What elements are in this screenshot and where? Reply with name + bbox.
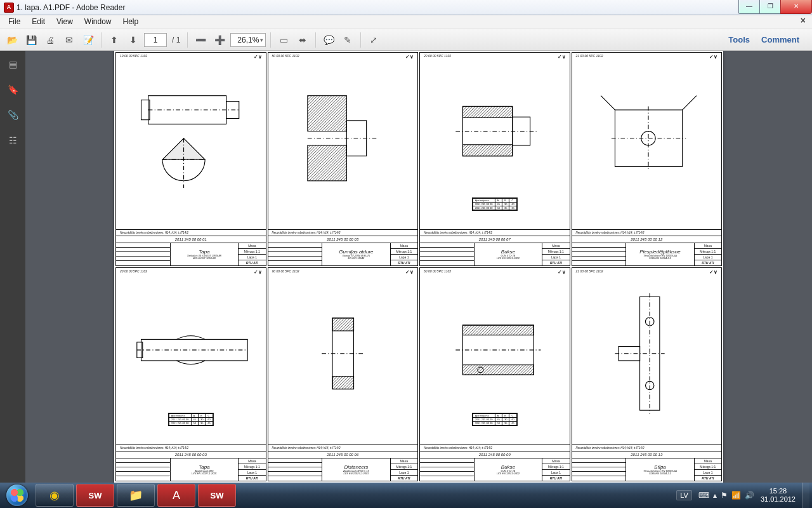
menu-help[interactable]: Help [117, 15, 145, 29]
window-title: 1. lapa. A1.PDF - Adobe Reader [16, 3, 125, 12]
highlight-icon[interactable]: ✎ [339, 32, 356, 48]
page-total: / 1 [172, 36, 180, 44]
tray-up-icon[interactable]: ▴ [713, 491, 717, 500]
menu-window[interactable]: Window [79, 15, 117, 29]
nav-rail: ▤ 🔖 📎 ☷ [0, 51, 25, 483]
read-mode-icon[interactable]: ⤢ [365, 32, 382, 48]
network-icon[interactable]: 📶 [731, 491, 741, 500]
fit-width-icon[interactable]: ⬌ [294, 32, 311, 48]
clock-date: 31.01.2012 [761, 495, 796, 504]
task-chrome[interactable]: ◉ [36, 484, 74, 507]
drawing-cell: 90 00 00 5РС 1102✓∨ Neuzrādītās izmēru r… [268, 267, 419, 481]
svg-rect-6 [307, 95, 346, 131]
drawing-cell: 50 00 00 5РС 1102✓∨ Neuzrādītās izmēru r… [268, 52, 419, 266]
svg-rect-11 [462, 106, 512, 117]
svg-rect-26 [332, 376, 353, 389]
drawing-cell: 60 00 00 5РС 1102✓∨ ApzīmējumsABC2011 24… [419, 267, 570, 481]
drawing-cell: 21 00 00 5РС 1102✓∨ Neuzrādītās izmēru r… [572, 267, 723, 481]
system-tray: LV ⌨▴⚑📶🔊 15:28 31.01.2012 [676, 483, 812, 508]
menu-file[interactable]: File [3, 15, 26, 29]
volume-icon[interactable]: 🔊 [745, 491, 754, 500]
maximize-button[interactable]: ❐ [759, 0, 781, 14]
document-viewport[interactable]: 10 00 00 5РС 1102✓∨ Neuzrādītās izmēru r… [25, 51, 812, 483]
svg-line-19 [601, 95, 615, 109]
menu-view[interactable]: View [51, 15, 79, 29]
show-desktop-button[interactable] [802, 483, 809, 508]
start-button[interactable] [0, 483, 34, 508]
menu-edit[interactable]: Edit [26, 15, 51, 29]
svg-line-20 [682, 95, 696, 109]
email-icon[interactable]: ✉ [61, 32, 77, 48]
page-up-icon[interactable]: ⬆ [106, 32, 122, 48]
separator [360, 32, 361, 48]
svg-rect-25 [332, 318, 353, 331]
svg-rect-7 [307, 145, 346, 181]
page-input[interactable]: 1 [144, 33, 167, 47]
separator [315, 32, 316, 48]
window-titlebar: A 1. lapa. A1.PDF - Adobe Reader — ❐ ✕ [0, 0, 812, 15]
task-solidworks2[interactable]: SW [198, 484, 236, 507]
fit-page-icon[interactable]: ▭ [275, 32, 292, 48]
zoom-in-icon[interactable]: ➕ [211, 32, 228, 48]
task-adobe[interactable]: A [157, 484, 195, 507]
pdf-page: 10 00 00 5РС 1102✓∨ Neuzrādītās izmēru r… [114, 51, 723, 483]
clock-time: 15:28 [761, 487, 796, 495]
drawing-cell: 10 00 00 5РС 1102✓∨ Neuzrādītās izmēru r… [115, 52, 266, 266]
svg-rect-29 [462, 325, 534, 335]
comment-icon[interactable]: 💬 [320, 32, 337, 48]
task-explorer[interactable]: 📁 [117, 484, 155, 507]
print-icon[interactable]: 🖨 [42, 32, 58, 48]
clock[interactable]: 15:28 31.01.2012 [761, 487, 796, 504]
save-icon[interactable]: 💾 [23, 32, 39, 48]
page-down-icon[interactable]: ⬇ [125, 32, 141, 48]
drawing-cell: 20 00 00 5РС 1102✓∨ ApzīmējumsABC2011 24… [419, 52, 570, 266]
tools-button[interactable]: Tools [728, 35, 750, 44]
task-solidworks[interactable]: SW [76, 484, 114, 507]
toolbar: 📂 💾 🖨 ✉ 📝 ⬆ ⬇ 1 / 1 ➖ ➕ 26,1% ▭ ⬌ 💬 ✎ ⤢ … [0, 29, 812, 51]
windows-orb-icon [6, 485, 28, 506]
comment-button[interactable]: Comment [761, 35, 799, 44]
drawing-cell: 21 00 00 5РС 1102✓∨ Neuzrādītās izmēru r… [572, 52, 723, 266]
close-button[interactable]: ✕ [780, 0, 812, 14]
drawing-cell: 20 00 00 5РС 1102✓∨ ApzīmējumsABC2011 24… [115, 267, 266, 481]
minimize-button[interactable]: — [738, 0, 760, 14]
attachments-icon[interactable]: 📎 [6, 108, 20, 122]
close-doc-button[interactable]: × [794, 15, 812, 29]
open-icon[interactable]: 📂 [4, 32, 20, 48]
bookmarks-icon[interactable]: 🔖 [6, 83, 20, 97]
thumbnails-icon[interactable]: ▤ [6, 57, 20, 71]
separator [187, 32, 188, 48]
svg-rect-12 [462, 145, 512, 156]
svg-rect-30 [462, 364, 534, 375]
tray-icon[interactable]: ⌨ [698, 491, 709, 500]
tray-icons[interactable]: ⌨▴⚑📶🔊 [698, 491, 754, 500]
menu-bar: File Edit View Window Help × [0, 15, 812, 29]
separator [101, 32, 102, 48]
zoom-out-icon[interactable]: ➖ [192, 32, 209, 48]
taskbar: ◉ SW 📁 A SW LV ⌨▴⚑📶🔊 15:28 31.01.2012 [0, 483, 812, 508]
convert-icon[interactable]: 📝 [80, 32, 96, 48]
layers-icon[interactable]: ☷ [6, 133, 20, 147]
separator [270, 32, 271, 48]
zoom-select[interactable]: 26,1% [230, 33, 266, 47]
app-icon: A [4, 3, 14, 13]
flag-icon[interactable]: ⚑ [721, 491, 728, 500]
language-indicator[interactable]: LV [676, 490, 692, 500]
